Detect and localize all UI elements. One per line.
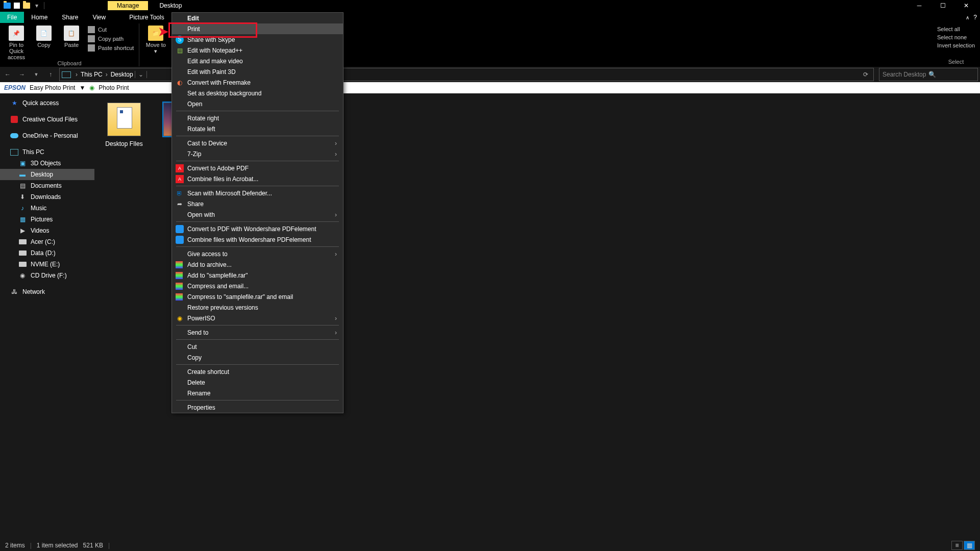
ctx-add-rar[interactable]: Add to "samplefile.rar" — [172, 270, 343, 281]
ctx-send-to[interactable]: Send to› — [172, 327, 343, 338]
cut-button[interactable]: Cut — [87, 26, 135, 34]
ctx-rename[interactable]: Rename — [172, 388, 343, 398]
ctx-compress-email[interactable]: Compress and email... — [172, 281, 343, 291]
ctx-edit[interactable]: Edit — [172, 13, 343, 23]
share-tab[interactable]: Share — [55, 12, 85, 23]
ctx-open-with[interactable]: Open with› — [172, 209, 343, 220]
network-icon: 🖧 — [10, 288, 18, 296]
ctx-give-access[interactable]: Give access to› — [172, 248, 343, 259]
tree-onedrive[interactable]: OneDrive - Personal — [0, 130, 94, 141]
copy-path-button[interactable]: Copy path — [87, 35, 135, 43]
pin-quick-access-button[interactable]: 📌Pin to Quick access — [4, 24, 29, 60]
ctx-7zip[interactable]: 7-Zip› — [172, 148, 343, 159]
ctx-defender-scan[interactable]: ⛨Scan with Microsoft Defender... — [172, 188, 343, 198]
forward-button[interactable]: → — [16, 69, 28, 80]
tree-creative-cloud[interactable]: Creative Cloud Files — [0, 114, 94, 125]
paste-shortcut-button[interactable]: Paste shortcut — [87, 44, 135, 52]
ctx-share-skype[interactable]: SShare with Skype — [172, 34, 343, 45]
ctx-delete[interactable]: Delete — [172, 377, 343, 388]
document-icon: ▤ — [18, 182, 27, 190]
manage-tab[interactable]: Manage — [108, 1, 148, 10]
freemake-icon: ◐ — [176, 79, 184, 87]
search-input[interactable]: Search Desktop 🔍 — [879, 68, 978, 81]
tree-documents[interactable]: ▤Documents — [0, 180, 94, 191]
tree-3d-objects[interactable]: ▣3D Objects — [0, 158, 94, 169]
qat-dropdown[interactable]: ▾ — [33, 2, 40, 9]
crumb-desktop[interactable]: Desktop — [109, 71, 135, 78]
picture-tools-tab[interactable]: Picture Tools — [122, 12, 171, 23]
ctx-cast-to-device[interactable]: Cast to Device› — [172, 138, 343, 148]
ctx-compress-rar-email[interactable]: Compress to "samplefile.rar" and email — [172, 291, 343, 302]
tree-downloads[interactable]: ⬇Downloads — [0, 191, 94, 203]
tree-nvme-e[interactable]: NVME (E:) — [0, 259, 94, 270]
status-size: 521 KB — [83, 542, 103, 549]
address-dropdown[interactable]: ⌄ — [135, 71, 147, 78]
ctx-cut[interactable]: Cut — [172, 341, 343, 352]
refresh-button[interactable]: ⟳ — [860, 71, 871, 78]
search-placeholder: Search Desktop — [883, 71, 928, 78]
paste-button[interactable]: 📋Paste — [59, 24, 84, 48]
invert-selection-button[interactable]: Invert selection — [936, 42, 976, 49]
ctx-properties[interactable]: Properties — [172, 402, 343, 413]
file-desktop-files[interactable]: Desktop FIles — [104, 103, 144, 147]
recent-dropdown[interactable]: ▼ — [31, 69, 42, 80]
home-tab[interactable]: Home — [24, 12, 55, 23]
select-all-button[interactable]: Select all — [936, 26, 976, 33]
copy-button[interactable]: 📄Copy — [32, 24, 56, 48]
view-tab[interactable]: View — [85, 12, 113, 23]
dropdown-icon[interactable]: ▼ — [79, 84, 85, 91]
tree-pictures[interactable]: ▦Pictures — [0, 214, 94, 225]
chevron-right-icon: › — [335, 251, 337, 258]
back-button[interactable]: ← — [2, 69, 13, 80]
ctx-convert-adobe-pdf[interactable]: AConvert to Adobe PDF — [172, 163, 343, 173]
file-tab[interactable]: File — [0, 12, 24, 23]
ctx-combine-acrobat[interactable]: ACombine files in Acrobat... — [172, 173, 343, 184]
ctx-wondershare-combine[interactable]: Combine files with Wondershare PDFelemen… — [172, 234, 343, 245]
tree-acer-c[interactable]: Acer (C:) — [0, 236, 94, 247]
ctx-add-archive[interactable]: Add to archive... — [172, 259, 343, 270]
ctx-restore-versions[interactable]: Restore previous versions — [172, 302, 343, 313]
tree-desktop[interactable]: ▬Desktop — [0, 169, 94, 180]
ctx-freemake[interactable]: ◐Convert with Freemake — [172, 77, 343, 88]
ctx-set-background[interactable]: Set as desktop background — [172, 88, 343, 98]
easy-photo-print[interactable]: Easy Photo Print — [30, 84, 75, 91]
crumb-thispc[interactable]: This PC — [79, 71, 104, 78]
thumbnail-view-button[interactable]: ▦ — [964, 541, 975, 550]
ctx-open[interactable]: Open — [172, 98, 343, 109]
tree-videos[interactable]: ▶Videos — [0, 225, 94, 236]
qat-item-1[interactable] — [14, 3, 20, 9]
ctx-rotate-right[interactable]: Rotate right — [172, 113, 343, 123]
help-icon[interactable]: ? — [973, 14, 977, 21]
window-title: Desktop — [159, 2, 182, 9]
ctx-wondershare-pdf[interactable]: Convert to PDF with Wondershare PDFeleme… — [172, 223, 343, 234]
ctx-share[interactable]: ➦Share — [172, 198, 343, 209]
tree-quick-access[interactable]: ★Quick access — [0, 97, 94, 109]
tree-data-d[interactable]: Data (D:) — [0, 247, 94, 259]
tree-thispc[interactable]: This PC — [0, 146, 94, 158]
ctx-copy[interactable]: Copy — [172, 352, 343, 363]
ctx-paint3d[interactable]: Edit with Paint 3D — [172, 66, 343, 77]
up-button[interactable]: ↑ — [45, 69, 56, 80]
adobe-icon: A — [176, 164, 184, 172]
minimize-button[interactable]: ─ — [908, 0, 931, 11]
tree-cd-f[interactable]: ◉CD Drive (F:) — [0, 270, 94, 281]
close-button[interactable]: ✕ — [954, 0, 978, 11]
paste-shortcut-icon — [88, 44, 95, 52]
select-none-button[interactable]: Select none — [936, 34, 976, 41]
tree-network[interactable]: 🖧Network — [0, 286, 94, 297]
ctx-create-shortcut[interactable]: Create shortcut — [172, 366, 343, 377]
ctx-poweriso[interactable]: ◉PowerISO› — [172, 313, 343, 323]
ctx-notepad[interactable]: ▤Edit with Notepad++ — [172, 45, 343, 56]
adobe-icon: A — [176, 175, 184, 183]
move-to-button[interactable]: 📁Move to▾ — [143, 24, 168, 54]
maximize-button[interactable]: ☐ — [931, 0, 954, 11]
ctx-rotate-left[interactable]: Rotate left — [172, 123, 343, 134]
tree-music[interactable]: ♪Music — [0, 203, 94, 214]
ctx-make-video[interactable]: Edit and make video — [172, 56, 343, 66]
details-view-button[interactable]: ≡ — [951, 541, 963, 550]
ribbon-tabs: File Home Share View Picture Tools ∧ ? — [0, 11, 980, 23]
photo-print[interactable]: Photo Print — [99, 84, 129, 91]
qat-item-2[interactable] — [23, 2, 30, 9]
collapse-ribbon-icon[interactable]: ∧ — [966, 15, 969, 20]
ctx-print[interactable]: Print — [172, 23, 343, 34]
